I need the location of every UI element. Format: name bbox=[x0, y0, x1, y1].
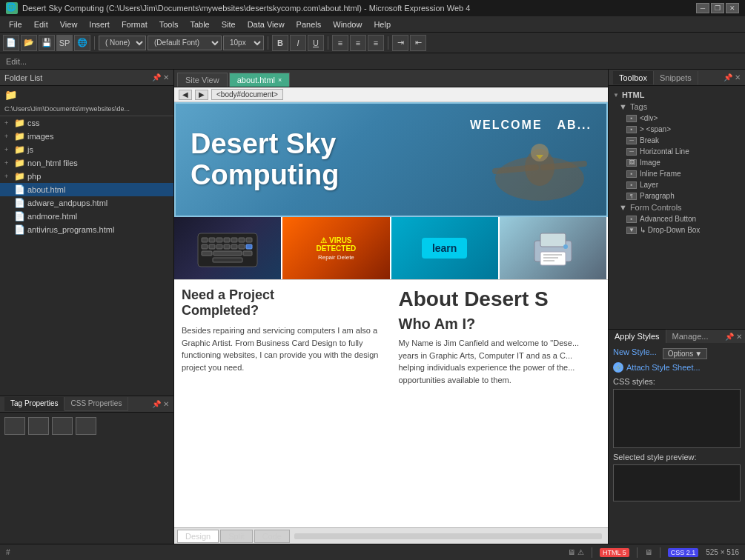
folder-css[interactable]: + 📁 css bbox=[0, 116, 173, 130]
tab-split[interactable]: Split bbox=[220, 530, 252, 543]
menu-edit[interactable]: Edit bbox=[28, 16, 54, 33]
preview-button[interactable]: 🌐 bbox=[74, 35, 90, 51]
folder-list-pin[interactable]: 📌 ✕ bbox=[152, 73, 169, 81]
span-label: > <span> bbox=[640, 125, 671, 133]
file-andmore[interactable]: 📄 andmore.html bbox=[0, 210, 173, 223]
options-button[interactable]: Options ▼ bbox=[663, 348, 707, 359]
css-badge: CSS 2.1 bbox=[668, 548, 699, 557]
doc-tab-close[interactable]: × bbox=[278, 76, 282, 84]
break-label: Break bbox=[640, 136, 659, 144]
breadcrumb-forward[interactable]: ▶ bbox=[195, 90, 208, 100]
style-dropdown[interactable]: ( None) bbox=[99, 36, 146, 50]
toolbox-layer[interactable]: ▪ Layer bbox=[615, 179, 745, 190]
menu-dataview[interactable]: Data View bbox=[242, 16, 291, 33]
font-dropdown[interactable]: (Default Font) bbox=[148, 36, 222, 50]
prop-btn-3[interactable] bbox=[52, 417, 73, 435]
restore-button[interactable]: ❒ bbox=[711, 3, 724, 13]
underline-button[interactable]: U bbox=[308, 35, 324, 51]
toolbox-image[interactable]: 🖼 Image bbox=[615, 157, 745, 168]
apply-styles-pin[interactable]: 📌 ✕ bbox=[722, 333, 745, 341]
publish-button[interactable]: SP bbox=[56, 35, 73, 51]
new-button[interactable]: 📄 bbox=[3, 35, 19, 51]
menu-view[interactable]: View bbox=[54, 16, 84, 33]
bold-button[interactable]: B bbox=[272, 35, 288, 51]
toolbox-dropdown[interactable]: ▼ ↳ Drop-Down Box bbox=[615, 224, 745, 236]
menu-panels[interactable]: Panels bbox=[291, 16, 328, 33]
apply-styles-content: New Style... Options ▼ 🔗 Attach Style Sh… bbox=[609, 343, 745, 544]
manage-tab[interactable]: Manage... bbox=[666, 330, 715, 343]
form-controls-label: Form Controls bbox=[630, 203, 682, 212]
menu-file[interactable]: File bbox=[3, 16, 28, 33]
toolbox-tab[interactable]: Toolbox bbox=[613, 71, 654, 84]
toolbox-pin[interactable]: 📌 ✕ bbox=[724, 73, 741, 81]
tab-css-properties[interactable]: CSS Properties bbox=[64, 397, 128, 410]
prop-btn-4[interactable] bbox=[76, 417, 96, 435]
menu-format[interactable]: Format bbox=[116, 16, 153, 33]
image-label: Image bbox=[640, 159, 660, 167]
menu-tools[interactable]: Tools bbox=[153, 16, 185, 33]
file-about[interactable]: 📄 about.html bbox=[0, 183, 173, 196]
tags-arrow: ▼ bbox=[619, 102, 627, 111]
toolbox-div[interactable]: ▪ <div> bbox=[615, 113, 745, 124]
form-controls-header[interactable]: ▼ Form Controls bbox=[615, 201, 745, 213]
toolbox-hr[interactable]: ─ Horizontal Line bbox=[615, 146, 745, 157]
prop-btn-1[interactable] bbox=[4, 417, 25, 435]
size-dropdown[interactable]: 10px bbox=[223, 36, 264, 50]
folder-js[interactable]: + 📁 js bbox=[0, 143, 173, 156]
apply-styles-tab[interactable]: Apply Styles bbox=[609, 330, 666, 343]
svg-rect-7 bbox=[202, 238, 208, 242]
file-antivirus[interactable]: 📄 antivirus_programs.html bbox=[0, 223, 173, 236]
menu-help[interactable]: Help bbox=[368, 16, 397, 33]
toolbox-paragraph[interactable]: ¶ Paragraph bbox=[615, 190, 745, 201]
menu-insert[interactable]: Insert bbox=[83, 16, 116, 33]
indent-button[interactable]: ⇥ bbox=[392, 35, 408, 51]
toolbox-break[interactable]: ─ Break bbox=[615, 135, 745, 146]
new-style-row: New Style... Options ▼ bbox=[613, 347, 741, 359]
toolbox-adv-button[interactable]: ▪ Advanced Button bbox=[615, 213, 745, 224]
layer-label: Layer bbox=[640, 181, 658, 189]
minimize-button[interactable]: ─ bbox=[696, 3, 709, 13]
breadcrumb-tag[interactable]: <body#document> bbox=[211, 89, 283, 100]
folder-php[interactable]: + 📁 php bbox=[0, 170, 173, 183]
menu-site[interactable]: Site bbox=[216, 16, 242, 33]
snippets-tab[interactable]: Snippets bbox=[654, 71, 698, 84]
outdent-button[interactable]: ⇤ bbox=[410, 35, 426, 51]
new-style-link[interactable]: New Style... bbox=[613, 347, 657, 356]
iframe-icon: ▪ bbox=[626, 170, 637, 178]
tags-header[interactable]: ▼ Tags bbox=[615, 101, 745, 113]
align-right-button[interactable]: ≡ bbox=[368, 35, 384, 51]
props-panel-pin[interactable]: 📌 ✕ bbox=[152, 400, 169, 408]
edit-label[interactable]: Edit... bbox=[6, 57, 27, 66]
tab-design[interactable]: Design bbox=[177, 530, 219, 543]
menu-table[interactable]: Table bbox=[184, 16, 215, 33]
site-view-tab[interactable]: Site View bbox=[177, 73, 228, 87]
form-controls-subsection: ▼ Form Controls ▪ Advanced Button ▼ ↳ Dr… bbox=[609, 201, 745, 236]
toolbox-iframe[interactable]: ▪ Inline Frame bbox=[615, 168, 745, 179]
align-center-button[interactable]: ≡ bbox=[350, 35, 366, 51]
attach-stylesheet-link[interactable]: 🔗 Attach Style Sheet... bbox=[613, 362, 741, 373]
svg-rect-22 bbox=[213, 251, 242, 256]
paragraph-label: Paragraph bbox=[640, 192, 675, 200]
save-button[interactable]: 💾 bbox=[39, 35, 55, 51]
tab-tag-properties[interactable]: Tag Properties bbox=[4, 397, 64, 411]
doc-tab-label: about.html bbox=[237, 76, 275, 84]
antivirus-file-icon: 📄 bbox=[14, 224, 25, 235]
open-button[interactable]: 📂 bbox=[21, 35, 37, 51]
prop-btn-2[interactable] bbox=[28, 417, 49, 435]
align-left-button[interactable]: ≡ bbox=[332, 35, 348, 51]
menu-window[interactable]: Window bbox=[327, 16, 368, 33]
html-section-header[interactable]: ▼ HTML bbox=[609, 89, 745, 101]
svg-rect-20 bbox=[246, 244, 252, 249]
italic-button[interactable]: I bbox=[290, 35, 306, 51]
horizontal-scrollbar[interactable] bbox=[294, 533, 602, 539]
folder-images[interactable]: + 📁 images bbox=[0, 130, 173, 143]
folder-non-html[interactable]: + 📁 non_html files bbox=[0, 156, 173, 170]
css-styles-box bbox=[613, 389, 741, 448]
file-adware[interactable]: 📄 adware_andpups.html bbox=[0, 196, 173, 210]
toolbox-span[interactable]: ▪ > <span> bbox=[615, 124, 745, 135]
about-doc-tab[interactable]: about.html × bbox=[229, 73, 291, 87]
close-button[interactable]: ✕ bbox=[726, 3, 739, 13]
breadcrumb-back[interactable]: ◀ bbox=[179, 90, 192, 100]
css-folder-icon: 📁 bbox=[14, 118, 25, 128]
tab-code[interactable]: Code bbox=[254, 530, 290, 543]
